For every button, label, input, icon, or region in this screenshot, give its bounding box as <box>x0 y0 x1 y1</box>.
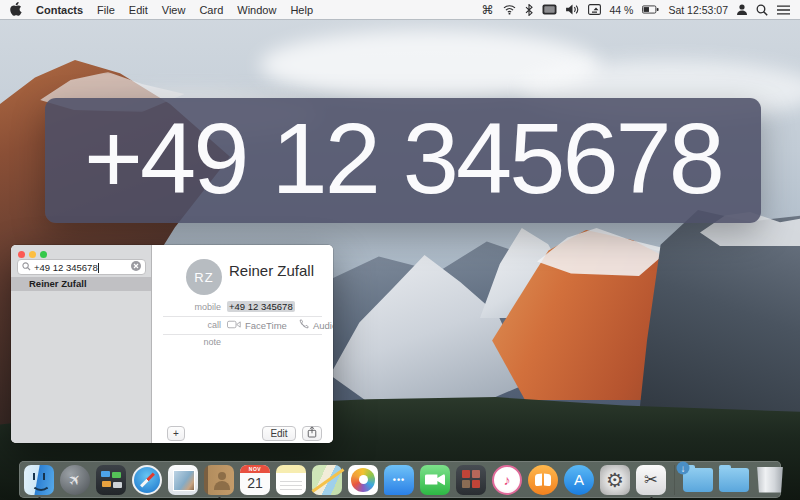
calendar-month: NOV <box>240 465 270 473</box>
contact-detail-pane: RZ Reiner Zufall mobile +49 12 345678 ca… <box>153 245 333 443</box>
dock-icon-messages[interactable]: ••• <box>384 465 414 495</box>
menu-file[interactable]: File <box>97 4 115 16</box>
display-icon[interactable] <box>542 4 557 15</box>
contact-list-row[interactable]: Reiner Zufall <box>11 277 151 291</box>
user-icon[interactable] <box>737 4 747 15</box>
menu-bar-clock[interactable]: Sat 12:53:07 <box>668 4 728 16</box>
app-store-glyph: A <box>564 465 594 495</box>
facetime-video-icon[interactable] <box>227 320 241 331</box>
dock-icon-contacts[interactable] <box>204 465 234 495</box>
mobile-field-row: mobile +49 12 345678 <box>153 301 325 312</box>
phone-number-text: +49 12 345678 <box>84 108 722 209</box>
bluetooth-icon[interactable] <box>525 4 533 16</box>
apple-menu[interactable] <box>10 2 22 18</box>
dock-icon-safari[interactable] <box>132 465 162 495</box>
facetime-button-label[interactable]: FaceTime <box>245 320 287 331</box>
contacts-sidebar: +49 12 345678 Reiner Zufall <box>11 245 152 443</box>
dock-icon-launchpad[interactable]: ✈ <box>60 465 90 495</box>
dock-icon-system-preferences[interactable]: ⚙ <box>600 465 630 495</box>
messages-glyph: ••• <box>384 465 414 495</box>
desktop: Contacts FileEditViewCardWindowHelp ⌘ 44… <box>0 0 800 500</box>
dock-icon-itunes[interactable]: ♪ <box>492 465 522 495</box>
menu-items: FileEditViewCardWindowHelp <box>97 4 313 16</box>
contacts-search-field[interactable]: +49 12 345678 <box>17 259 146 275</box>
apple-logo-icon <box>10 2 22 18</box>
window-close-button[interactable] <box>18 251 25 258</box>
menu-bar: Contacts FileEditViewCardWindowHelp ⌘ 44… <box>0 0 800 19</box>
app-window-icon[interactable] <box>588 4 601 15</box>
calendar-day: 21 <box>240 473 270 494</box>
dock-icon-documents-folder[interactable] <box>719 468 749 492</box>
dock-icon-maps[interactable] <box>312 465 342 495</box>
running-indicator <box>38 497 41 500</box>
running-indicator <box>218 497 221 500</box>
wifi-icon[interactable] <box>503 4 516 15</box>
menu-bar-left: Contacts FileEditViewCardWindowHelp <box>10 2 313 18</box>
contact-name: Reiner Zufall <box>229 262 314 279</box>
dock-icon-downloads-folder[interactable]: ↓ <box>683 468 713 492</box>
itunes-glyph: ♪ <box>494 467 520 493</box>
dock: ✈NOV21•••♪A⚙✂↓ <box>19 461 781 498</box>
call-field-label: call <box>153 320 221 330</box>
dock-icon-mission-control[interactable] <box>96 465 126 495</box>
edit-button[interactable]: Edit <box>262 426 296 441</box>
contacts-window: +49 12 345678 Reiner Zufall RZ Reiner Zu… <box>11 245 333 443</box>
dock-icon-notes[interactable] <box>276 465 306 495</box>
volume-icon[interactable] <box>566 4 579 15</box>
running-indicator <box>650 497 653 500</box>
battery-icon[interactable] <box>642 5 659 14</box>
field-divider <box>163 334 322 335</box>
add-contact-button[interactable]: + <box>167 426 185 441</box>
spotlight-search-icon[interactable] <box>756 4 768 16</box>
dock-icon-app-store[interactable]: A <box>564 465 594 495</box>
field-divider <box>163 316 322 317</box>
dock-icon-ibooks[interactable] <box>528 465 558 495</box>
phone-number-overlay: +49 12 345678 <box>45 98 761 223</box>
audio-button-label[interactable]: Audio <box>313 320 333 331</box>
system-preferences-glyph: ⚙ <box>600 465 630 495</box>
clear-search-icon[interactable] <box>131 261 141 273</box>
dock-icon-screenshot-app[interactable]: ✂ <box>636 465 666 495</box>
dock-separator <box>674 465 675 495</box>
mobile-field-label: mobile <box>153 302 221 312</box>
notification-center-icon[interactable] <box>777 5 790 15</box>
menu-help[interactable]: Help <box>290 4 313 16</box>
share-icon <box>307 426 317 441</box>
downloads-folder-glyph: ↓ <box>677 461 690 474</box>
dock-icon-mail[interactable] <box>168 465 198 495</box>
dock-icon-photos[interactable] <box>348 465 378 495</box>
menu-edit[interactable]: Edit <box>129 4 148 16</box>
battery-percent: 44 % <box>610 4 634 16</box>
menu-app-name[interactable]: Contacts <box>36 4 83 16</box>
share-button[interactable] <box>302 426 322 441</box>
menu-card[interactable]: Card <box>199 4 223 16</box>
note-field-label: note <box>153 337 221 347</box>
audio-call-icon[interactable] <box>299 319 309 331</box>
dock-icon-calendar[interactable]: NOV21 <box>240 465 270 495</box>
text-caret <box>98 263 99 273</box>
contacts-list: Reiner Zufall <box>11 277 151 291</box>
search-input-value[interactable]: +49 12 345678 <box>34 262 128 273</box>
dock-icon-finder[interactable] <box>24 465 54 495</box>
screenshot-app-glyph: ✂ <box>636 465 666 495</box>
keyboard-command-icon[interactable]: ⌘ <box>482 3 494 17</box>
mobile-field-value[interactable]: +49 12 345678 <box>227 301 295 312</box>
call-field-row: call FaceTime Audio <box>153 319 325 331</box>
menu-view[interactable]: View <box>162 4 186 16</box>
menu-window[interactable]: Window <box>237 4 276 16</box>
search-icon <box>22 262 31 273</box>
menu-bar-status: ⌘ 44 % Sat 12:53:07 <box>482 3 791 17</box>
dock-icon-facetime[interactable] <box>420 465 450 495</box>
note-field-row: note <box>153 337 325 347</box>
launchpad-glyph: ✈ <box>54 458 96 500</box>
avatar-initials: RZ <box>194 270 213 285</box>
dock-icon-trash[interactable] <box>755 467 785 493</box>
window-minimize-button[interactable] <box>29 251 36 258</box>
dock-icon-photo-booth[interactable] <box>456 465 486 495</box>
contact-avatar: RZ <box>186 259 222 295</box>
window-zoom-button[interactable] <box>40 251 47 258</box>
